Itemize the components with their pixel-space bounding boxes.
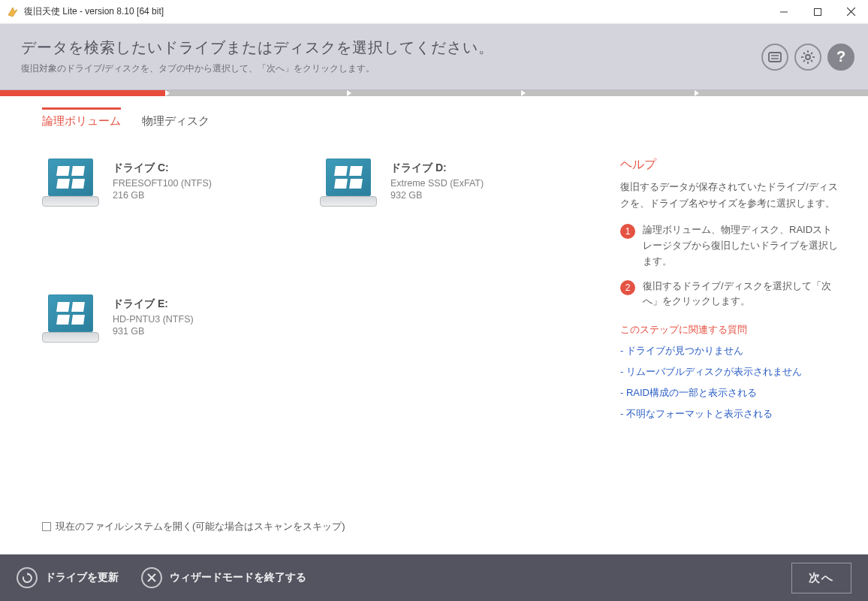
help-icon[interactable]: ? xyxy=(827,44,854,71)
svg-point-7 xyxy=(806,55,810,59)
checkbox-icon[interactable] xyxy=(42,522,51,531)
window-controls xyxy=(767,0,868,24)
app-icon xyxy=(6,5,20,19)
drive-size: 931 GB xyxy=(113,326,194,337)
page-subtitle: 復旧対象のドライブ/ディスクを、タブの中から選択して、「次へ」をクリックします。 xyxy=(21,62,847,75)
skip-scan-label: 現在のファイルシステムを開く(可能な場合はスキャンをスキップ) xyxy=(56,520,345,533)
minimize-button[interactable] xyxy=(767,0,800,24)
faq-title: このステップに関連する質問 xyxy=(620,323,838,337)
tab-logical-volumes[interactable]: 論理ボリューム xyxy=(42,107,121,134)
help-step-2: 2 復旧するドライブ/ディスクを選択して「次へ」をクリックします。 xyxy=(620,279,838,310)
settings-icon[interactable] xyxy=(794,44,821,71)
drive-size: 932 GB xyxy=(390,190,484,201)
tab-bar: 論理ボリューム 物理ディスク xyxy=(0,96,868,134)
log-icon[interactable] xyxy=(761,44,788,71)
exit-wizard-button[interactable]: ウィザードモードを終了する xyxy=(141,567,306,588)
help-panel: ヘルプ 復旧するデータが保存されていたドライブ/ディスクを、ドライブ名やサイズを… xyxy=(620,157,838,428)
step-badge: 2 xyxy=(620,280,635,295)
help-title: ヘルプ xyxy=(620,157,838,173)
faq-link-drive-not-found[interactable]: - ドライブが見つかりません xyxy=(620,344,838,358)
maximize-button[interactable] xyxy=(800,0,834,24)
page-title: データを検索したいドライブまたはディスクを選択してください。 xyxy=(21,38,847,58)
drive-desc: Extreme SSD (ExFAT) xyxy=(390,178,484,189)
refresh-icon xyxy=(17,567,38,588)
help-intro: 復旧するデータが保存されていたドライブ/ディスクを、ドライブ名やサイズを参考に選… xyxy=(620,179,838,212)
drive-icon xyxy=(42,293,101,343)
svg-line-12 xyxy=(803,53,805,54)
drive-item-e[interactable]: ドライブ E: HD-PNTU3 (NTFS) 931 GB xyxy=(42,293,290,402)
faq-link-removable-missing[interactable]: - リムーバブルディスクが表示されません xyxy=(620,365,838,379)
svg-rect-1 xyxy=(814,8,821,15)
main-content: ドライブ C: FREESOFT100 (NTFS) 216 GB ドライブ D… xyxy=(0,134,868,428)
drive-size: 216 GB xyxy=(113,190,212,201)
step-badge: 1 xyxy=(620,224,635,239)
drive-name: ドライブ E: xyxy=(113,297,194,311)
close-icon xyxy=(141,567,162,588)
close-button[interactable] xyxy=(834,0,868,24)
header: データを検索したいドライブまたはディスクを選択してください。 復旧対象のドライブ… xyxy=(0,24,868,90)
faq-link-unknown-format[interactable]: - 不明なフォーマットと表示される xyxy=(620,407,838,421)
drive-name: ドライブ D: xyxy=(390,162,484,175)
svg-line-14 xyxy=(803,60,805,62)
drive-icon xyxy=(42,157,101,207)
drive-name: ドライブ C: xyxy=(113,162,212,175)
help-step-1: 1 論理ボリューム、物理ディスク、RAIDストレージタブから復旧したいドライブを… xyxy=(620,222,838,269)
refresh-drives-button[interactable]: ドライブを更新 xyxy=(17,567,119,588)
drive-item-c[interactable]: ドライブ C: FREESOFT100 (NTFS) 216 GB xyxy=(42,157,290,266)
svg-rect-4 xyxy=(769,53,781,62)
drive-grid: ドライブ C: FREESOFT100 (NTFS) 216 GB ドライブ D… xyxy=(42,157,620,428)
drive-item-d[interactable]: ドライブ D: Extreme SSD (ExFAT) 932 GB xyxy=(320,157,568,266)
drive-icon xyxy=(320,157,378,207)
faq-link-raid-part[interactable]: - RAID構成の一部と表示される xyxy=(620,386,838,400)
wizard-progress xyxy=(0,90,868,96)
next-button[interactable]: 次へ xyxy=(791,563,851,593)
drive-desc: HD-PNTU3 (NTFS) xyxy=(113,314,194,325)
svg-line-15 xyxy=(811,53,812,54)
skip-scan-row[interactable]: 現在のファイルシステムを開く(可能な場合はスキャンをスキップ) xyxy=(42,520,345,533)
footer: ドライブを更新 ウィザードモードを終了する 次へ xyxy=(0,554,868,601)
drive-desc: FREESOFT100 (NTFS) xyxy=(113,178,212,189)
titlebar: 復旧天使 Lite - version 8.10 [64 bit] xyxy=(0,0,868,24)
tab-physical-disks[interactable]: 物理ディスク xyxy=(142,114,209,134)
svg-line-13 xyxy=(811,60,812,62)
window-title: 復旧天使 Lite - version 8.10 [64 bit] xyxy=(24,5,164,18)
